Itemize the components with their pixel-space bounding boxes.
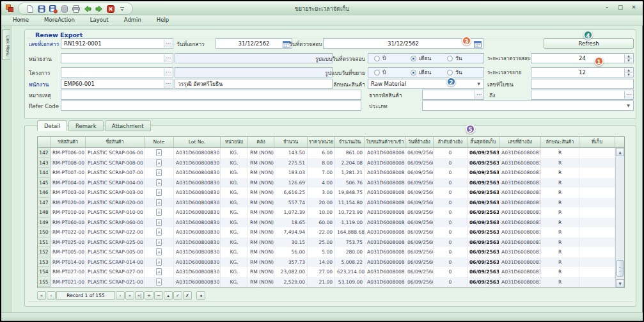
append-record-button[interactable]: + <box>145 291 153 300</box>
delete-record-button[interactable]: − <box>154 291 163 300</box>
link-menu-tab[interactable]: Link Menu <box>2 29 10 60</box>
note-document-icon[interactable]: A <box>156 219 162 226</box>
column-header-qty[interactable]: จำนวน <box>274 137 308 147</box>
menu-item-help[interactable]: Help <box>149 15 177 25</box>
chevron-down-icon[interactable]: ▼ <box>475 80 483 88</box>
doc-no-field[interactable]: RN1912-0001 ⋯ <box>61 38 173 49</box>
maximize-button[interactable]: □ <box>617 4 624 10</box>
table-row[interactable]: 150RM-PT022-00PLASTIC SCRAP-022-00AA031D… <box>38 227 624 237</box>
prev-record-button[interactable]: ‹ <box>47 291 56 300</box>
radio-icon[interactable] <box>411 70 416 76</box>
note-document-icon[interactable]: A <box>156 268 162 275</box>
column-header-amount[interactable]: จำนวนเงิน <box>335 137 365 147</box>
navigate-back-icon[interactable] <box>82 4 93 14</box>
edit-record-button[interactable]: ▴ <box>164 291 173 300</box>
toolbar-options-icon[interactable] <box>117 4 127 14</box>
table-row[interactable]: 143RM-PT008-00PLASTIC SCRAP-008-00AA031D… <box>38 158 624 168</box>
radio-icon[interactable] <box>447 56 453 61</box>
note-document-icon[interactable]: A <box>156 189 162 196</box>
table-row[interactable]: 148RM-PT010-00PLASTIC SCRAP-010-00AA031D… <box>38 207 624 218</box>
menu-item-moreaction[interactable]: MoreAction <box>36 15 82 25</box>
column-header-ref-seq[interactable]: ลำดับอ้างอิง <box>434 137 467 147</box>
table-row[interactable]: 145RM-PT004-00PLASTIC SCRAP-004-00AA031D… <box>38 178 624 188</box>
radio-icon[interactable] <box>411 56 416 61</box>
table-row[interactable]: 154RM-PT027-00PLASTIC SCRAP-027-00AA031D… <box>38 267 624 277</box>
radio-icon[interactable] <box>374 70 380 76</box>
save-icon[interactable] <box>36 4 47 14</box>
note-document-icon[interactable]: A <box>156 149 162 156</box>
category-dropdown[interactable]: ▼ <box>422 101 634 111</box>
column-header-location[interactable]: ที่เก็บ <box>579 137 615 147</box>
radio-option[interactable]: วัน <box>447 68 483 77</box>
cancel-edit-button[interactable]: ✗ <box>183 291 192 300</box>
project-field[interactable]: ⋯ <box>61 67 173 77</box>
to-item-code-field[interactable]: ⋯ <box>531 90 634 100</box>
note-document-icon[interactable]: A <box>156 199 162 206</box>
column-header-ref-no[interactable]: เลขที่อ้างอิง <box>499 137 541 147</box>
next-record-button[interactable]: › <box>116 291 125 300</box>
close-button[interactable]: ✕ <box>630 4 638 10</box>
column-header-note[interactable]: Note <box>145 137 174 147</box>
table-row[interactable]: 147RM-PT020-00PLASTIC SCRAP-020-00AA031D… <box>38 198 624 208</box>
column-header-lot-no[interactable]: Lot No. <box>174 137 221 147</box>
radio-icon[interactable] <box>374 56 380 61</box>
column-header-warehouse[interactable]: คลัง <box>248 137 274 147</box>
note-document-icon[interactable]: A <box>156 229 162 236</box>
column-header-item-attr[interactable]: ลักษณะสินค้า <box>541 137 579 147</box>
table-row[interactable]: 142RM-PT006-00PLASTIC SCRAP-006-00AA031D… <box>38 148 624 158</box>
column-header-unit-price[interactable]: ราคา/หน่วย <box>308 137 335 147</box>
menu-item-layout[interactable]: Layout <box>82 15 116 25</box>
extend-period-spin-buttons[interactable]: ▲▼ <box>624 68 632 76</box>
item-attribute-dropdown[interactable]: Raw Material ▼ <box>368 79 484 89</box>
remark-field[interactable] <box>61 90 361 100</box>
declaration-no-field[interactable] <box>531 79 634 89</box>
scroll-up-icon[interactable]: ▲ <box>616 148 624 156</box>
scroll-down-icon[interactable]: ▼ <box>616 279 624 287</box>
project-lookup-icon[interactable]: ⋯ <box>164 68 172 76</box>
tab-attachment[interactable]: Attachment <box>105 120 151 131</box>
to-item-code-lookup-icon[interactable]: ⋯ <box>624 91 632 99</box>
employee-lookup-icon[interactable]: ⋯ <box>164 80 172 88</box>
department-lookup-icon[interactable]: ⋯ <box>164 54 172 62</box>
doc-no-lookup-icon[interactable]: ⋯ <box>164 40 172 47</box>
print-icon[interactable] <box>71 4 81 14</box>
table-row[interactable]: 151RM-PT025-00PLASTIC SCRAP-025-00AA031D… <box>38 237 624 248</box>
note-document-icon[interactable]: A <box>156 259 162 266</box>
minimize-button[interactable]: – <box>603 4 611 10</box>
table-row[interactable]: 152RM-PT005-00PLASTIC SCRAP-005-00AA031D… <box>38 247 624 257</box>
column-header-unit[interactable]: หน่วยนับ <box>221 137 248 147</box>
note-document-icon[interactable]: A <box>156 209 162 216</box>
radio-icon[interactable] <box>447 70 453 76</box>
doc-date-field[interactable]: 31/12/2562 <box>216 38 292 49</box>
tab-remark[interactable]: Remark <box>68 120 104 131</box>
note-document-icon[interactable]: A <box>156 278 162 286</box>
new-document-icon[interactable] <box>25 4 35 14</box>
extend-period-spinner[interactable]: 12 ▲▼ <box>531 67 634 77</box>
first-record-button[interactable]: « <box>37 291 46 300</box>
check-date-calendar-icon[interactable] <box>473 40 482 47</box>
tab-detail[interactable]: Detail <box>37 120 67 131</box>
column-header-row-indicator[interactable] <box>38 137 51 147</box>
radio-option[interactable]: เดือน <box>411 54 447 63</box>
table-row[interactable]: 146RM-PT003-00PLASTIC SCRAP-003-00AA031D… <box>38 188 624 198</box>
note-document-icon[interactable]: A <box>156 159 162 166</box>
column-header-import-declaration[interactable]: ใบขนสินค้าขาเข้า <box>365 137 405 147</box>
vertical-scrollbar[interactable]: ▲ ▼ <box>615 148 624 287</box>
note-document-icon[interactable]: A <box>156 179 162 186</box>
panel-collapse-button[interactable]: ◂ <box>196 291 205 300</box>
column-header-storage-end-date[interactable]: สิ้นสุดจัดเก็บ <box>467 137 499 147</box>
column-header-ref-date[interactable]: วันที่อ้างอิง <box>405 137 434 147</box>
note-document-icon[interactable]: A <box>156 248 162 255</box>
close-icon[interactable] <box>106 4 116 14</box>
check-period-spinner[interactable]: 24 ▲▼ <box>531 53 634 63</box>
menu-item-admin[interactable]: Admin <box>116 15 149 25</box>
check-period-spin-buttons[interactable]: ▲▼ <box>624 54 632 62</box>
navigate-forward-icon[interactable] <box>94 4 104 14</box>
refer-code-field[interactable] <box>61 101 361 111</box>
department-field[interactable]: ⋯ <box>61 53 173 63</box>
table-row[interactable]: 153RM-PT014-00PLASTIC SCRAP-014-00AA031D… <box>38 257 624 268</box>
radio-option[interactable]: ปี <box>374 54 411 63</box>
table-row[interactable]: 144RM-PT007-00PLASTIC SCRAP-007-00AA031D… <box>38 168 624 178</box>
save-as-icon[interactable] <box>48 4 58 14</box>
next-page-button[interactable]: » <box>125 291 134 300</box>
